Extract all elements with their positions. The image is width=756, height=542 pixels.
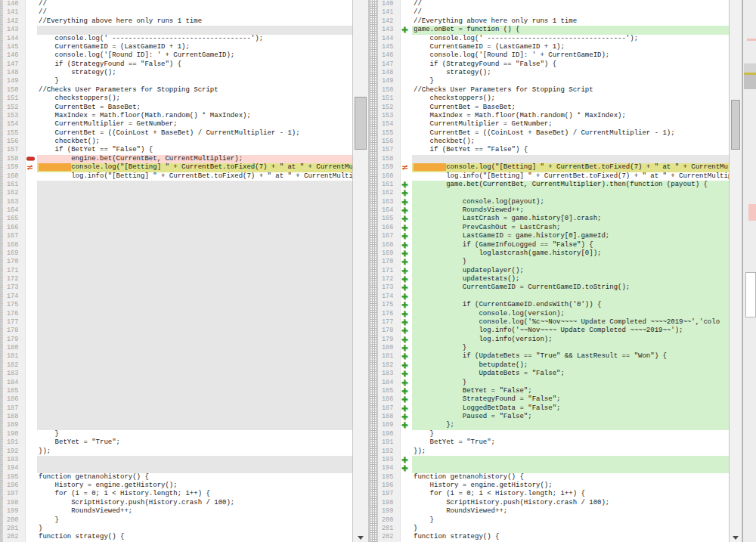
line-number[interactable]: 187 [3,404,26,413]
line-number[interactable]: 153 [378,112,401,120]
code-text[interactable]: //Checks User Parameters for Stopping Sc… [37,86,352,94]
code-text[interactable]: CurrentBet = BaseBet; [37,104,352,112]
line-number[interactable]: 190 [3,430,26,438]
code-text[interactable]: } [412,379,729,387]
line-number[interactable]: 194 [3,464,26,472]
line-number[interactable]: 188 [3,413,26,421]
line-number[interactable]: 187 [378,404,401,413]
line-number[interactable]: 172 [3,275,26,283]
line-number[interactable]: 163 [3,198,26,206]
code-text[interactable]: function strategy() { [37,533,352,541]
code-text[interactable]: Paused = "False"; [412,413,729,421]
line-number[interactable]: 175 [378,301,401,309]
line-number[interactable]: 190 [378,430,401,438]
line-number[interactable]: 179 [378,336,401,344]
code-text[interactable]: CurrentBet = ((CoinLost + BaseBet) / Cur… [412,129,729,138]
line-number[interactable]: 183 [3,370,26,378]
line-number[interactable]: 156 [378,138,401,146]
code-text[interactable]: RoundsViewed++; [412,507,729,516]
code-text[interactable]: }; [412,421,729,429]
code-text[interactable] [412,293,729,301]
code-text[interactable]: ScriptHistory.push(History.crash / 100); [37,499,352,507]
line-number[interactable]: 149 [3,77,26,85]
code-text[interactable]: } [412,258,729,266]
code-text[interactable]: checkbet(); [37,138,352,146]
line-number[interactable]: 201 [378,525,401,533]
line-number[interactable]: 148 [3,69,26,77]
code-text[interactable]: if (CurrentGameID.endsWith('0')) { [412,301,729,309]
line-number[interactable]: 155 [378,129,401,138]
line-number[interactable]: 171 [378,267,401,275]
line-number[interactable]: 197 [3,490,26,498]
code-text[interactable]: console.log("[Betting] " + CurrentBet.to… [412,163,729,172]
line-number[interactable]: 189 [3,421,26,429]
line-number[interactable]: 160 [378,172,401,181]
code-text[interactable]: // [412,8,729,17]
code-text[interactable]: function getnanohistory() { [412,473,729,482]
line-number[interactable]: 197 [378,490,401,498]
code-text[interactable]: MaxIndex = Math.floor(Math.random() * Ma… [37,112,352,120]
code-text[interactable]: CurrentMultiplier = GetNumber; [412,120,729,129]
line-number[interactable]: 142 [378,17,401,26]
line-number[interactable]: 143 [378,26,401,34]
line-number[interactable]: 185 [378,387,401,395]
code-text[interactable]: //Checks User Parameters for Stopping Sc… [412,86,729,94]
line-number[interactable]: 186 [378,395,401,404]
line-number[interactable]: 178 [378,327,401,335]
line-number[interactable]: 175 [3,301,26,309]
line-number[interactable]: 168 [3,241,26,249]
line-number[interactable]: 164 [3,206,26,215]
code-text[interactable]: //Everything above here only runs 1 time [37,17,352,26]
right-pane-scrollbar[interactable] [729,0,742,542]
right-scrollbar-thumb[interactable] [731,100,740,150]
line-number[interactable]: 162 [378,189,401,197]
line-number[interactable]: 147 [3,60,26,69]
code-text[interactable]: CurrentGameID = CurrentGameID.toString()… [412,283,729,292]
line-number[interactable]: 152 [3,104,26,112]
line-number[interactable]: 194 [378,464,401,472]
line-number[interactable]: 191 [3,438,26,447]
code-text[interactable]: log.info("[Betting] " + CurrentBet.toFix… [412,172,729,181]
line-number[interactable]: 200 [378,516,401,525]
line-number[interactable]: 153 [3,112,26,120]
code-text[interactable]: log.info(version); [412,336,729,344]
code-text[interactable]: BetYet = "True"; [412,438,729,447]
code-text[interactable]: }); [37,448,352,456]
code-text[interactable]: checkstoppers(); [412,94,729,103]
code-text[interactable]: // [37,0,352,8]
navigation-bar[interactable] [742,0,756,542]
code-text[interactable]: betupdate(); [412,361,729,370]
code-text[interactable]: console.log('[Round ID]: ' + CurrentGame… [37,51,352,60]
left-file-pane[interactable]: 140//141//142//Everything above here onl… [3,0,352,542]
line-number[interactable]: 160 [3,172,26,181]
code-text[interactable]: console.log(version); [412,310,729,318]
code-text[interactable]: if (BetYet == "False") { [412,146,729,154]
line-number[interactable]: 145 [378,43,401,51]
code-text[interactable]: } [412,344,729,352]
line-number[interactable]: 166 [378,224,401,232]
code-text[interactable] [412,456,729,464]
line-number[interactable]: 179 [3,336,26,344]
line-number[interactable]: 174 [378,293,401,301]
line-number[interactable]: 182 [378,361,401,370]
line-number[interactable]: 159 [3,163,26,172]
code-text[interactable]: } [37,77,352,85]
line-number[interactable]: 161 [378,181,401,189]
line-number[interactable]: 144 [3,35,26,43]
line-number[interactable]: 145 [3,43,26,51]
code-text[interactable]: function strategy() { [412,533,729,541]
line-number[interactable]: 168 [378,241,401,249]
line-number[interactable]: 192 [3,448,26,456]
code-text[interactable]: MaxIndex = Math.floor(Math.random() * Ma… [412,112,729,120]
code-text[interactable]: CurrentGameID = (LastGameID + 1); [412,43,729,51]
code-text[interactable]: loglastcrash(game.history[0]); [412,249,729,258]
code-text[interactable]: } [412,516,729,525]
line-number[interactable]: 200 [3,516,26,525]
code-text[interactable]: } [37,430,352,438]
code-text[interactable]: }); [412,448,729,456]
line-number[interactable]: 193 [3,456,26,464]
code-text[interactable]: console.log(' --------------------------… [37,35,352,43]
right-file-pane[interactable]: 140//141//142//Everything above here onl… [378,0,729,542]
code-text[interactable]: log.info('~~Nov~~~~ Update Completed ~~~… [412,327,729,335]
line-number[interactable]: 201 [3,525,26,533]
